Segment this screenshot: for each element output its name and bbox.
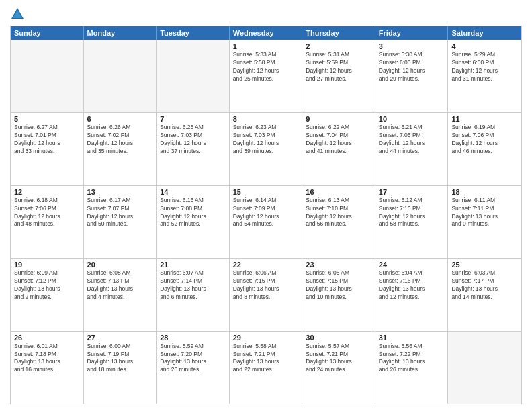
cell-line: Sunset: 7:14 PM (160, 277, 226, 285)
cell-line: Sunrise: 6:00 AM (87, 342, 153, 351)
cell-line: Sunrise: 6:22 AM (306, 124, 371, 132)
day-number: 7 (160, 115, 226, 123)
cell-line: Daylight: 13 hours (306, 285, 371, 293)
day-number: 22 (233, 261, 299, 269)
day-number: 10 (379, 115, 445, 123)
cell-line: Sunrise: 5:31 AM (306, 51, 371, 59)
cell-line: and 25 minutes. (233, 75, 299, 83)
cell-line: Sunset: 7:20 PM (160, 351, 226, 359)
cell-line: Sunset: 7:15 PM (306, 277, 371, 285)
day-number: 2 (306, 42, 371, 50)
cell-line: Daylight: 13 hours (87, 285, 153, 293)
day-number: 24 (379, 261, 445, 269)
cal-cell-29: 29Sunrise: 5:58 AMSunset: 7:21 PMDayligh… (230, 332, 303, 404)
cell-line: Sunset: 7:05 PM (379, 132, 445, 140)
cell-line: Sunrise: 6:21 AM (379, 124, 445, 132)
cal-cell-7: 7Sunrise: 6:25 AMSunset: 7:03 PMDaylight… (157, 113, 230, 185)
cell-line: Sunset: 6:00 PM (451, 59, 518, 67)
cal-cell-28: 28Sunrise: 5:59 AMSunset: 7:20 PMDayligh… (157, 332, 230, 404)
cal-cell-6: 6Sunrise: 6:26 AMSunset: 7:02 PMDaylight… (84, 113, 157, 185)
cell-line: Sunrise: 6:01 AM (14, 342, 80, 351)
cell-line: Daylight: 12 hours (451, 140, 518, 148)
cell-line: Sunrise: 6:27 AM (14, 124, 80, 132)
cal-cell-9: 9Sunrise: 6:22 AMSunset: 7:04 PMDaylight… (302, 113, 375, 185)
cell-line: Sunset: 7:10 PM (379, 205, 445, 213)
cell-line: Sunrise: 6:17 AM (87, 197, 153, 205)
cell-line: Daylight: 13 hours (14, 358, 80, 366)
cell-line: Daylight: 12 hours (160, 140, 226, 148)
cell-line: Sunrise: 6:14 AM (233, 197, 299, 205)
cell-line: Daylight: 12 hours (306, 140, 371, 148)
calendar-header-row: SundayMondayTuesdayWednesdayThursdayFrid… (11, 26, 521, 40)
cell-line: Daylight: 12 hours (233, 67, 299, 75)
cal-cell-24: 24Sunrise: 6:04 AMSunset: 7:16 PMDayligh… (375, 259, 449, 330)
cell-line: Daylight: 12 hours (14, 213, 80, 221)
day-number: 8 (233, 115, 299, 123)
cell-line: and 29 minutes. (379, 75, 445, 83)
cell-line: Daylight: 12 hours (306, 213, 371, 221)
cell-line: Sunrise: 6:13 AM (306, 197, 371, 205)
cell-line: Daylight: 13 hours (233, 358, 299, 366)
day-number: 30 (306, 334, 371, 342)
cell-line: Sunrise: 6:16 AM (160, 197, 226, 205)
cal-cell-14: 14Sunrise: 6:16 AMSunset: 7:08 PMDayligh… (157, 186, 230, 258)
day-number: 28 (160, 334, 226, 342)
cell-line: Daylight: 12 hours (233, 140, 299, 148)
cell-line: Daylight: 12 hours (451, 67, 518, 75)
cal-header-cell-monday: Monday (84, 26, 157, 40)
cell-line: and 18 minutes. (87, 366, 153, 374)
cal-cell-1: 1Sunrise: 5:33 AMSunset: 5:58 PMDaylight… (230, 40, 303, 112)
day-number: 9 (306, 115, 371, 123)
cal-header-cell-wednesday: Wednesday (230, 26, 303, 40)
cell-line: Sunset: 7:22 PM (379, 351, 445, 359)
cell-line: Sunset: 7:09 PM (233, 205, 299, 213)
cell-line: Sunset: 7:15 PM (233, 277, 299, 285)
day-number: 16 (306, 188, 371, 196)
cell-line: and 52 minutes. (160, 220, 226, 228)
cell-line: and 50 minutes. (87, 220, 153, 228)
cell-line: Daylight: 12 hours (87, 213, 153, 221)
cell-line: Sunrise: 6:23 AM (233, 124, 299, 132)
cal-header-cell-sunday: Sunday (11, 26, 84, 40)
cell-line: Sunset: 7:13 PM (87, 277, 153, 285)
cal-cell-23: 23Sunrise: 6:05 AMSunset: 7:15 PMDayligh… (302, 259, 375, 330)
day-number: 5 (14, 115, 80, 123)
cell-line: Sunset: 7:11 PM (451, 205, 518, 213)
cell-line: and 6 minutes. (160, 293, 226, 302)
cell-line: and 54 minutes. (233, 220, 299, 228)
cell-line: and 14 minutes. (451, 293, 518, 302)
cell-line: Sunset: 7:06 PM (14, 205, 80, 213)
cell-line: Daylight: 13 hours (160, 358, 226, 366)
cell-line: Sunset: 7:10 PM (306, 205, 371, 213)
cell-line: Sunset: 7:08 PM (160, 205, 226, 213)
calendar-body: 1Sunrise: 5:33 AMSunset: 5:58 PMDaylight… (11, 40, 521, 404)
cell-line: and 58 minutes. (379, 220, 445, 228)
cell-line: and 44 minutes. (379, 148, 445, 156)
day-number: 20 (87, 261, 153, 269)
cell-line: Daylight: 12 hours (379, 213, 445, 221)
cal-cell-11: 11Sunrise: 6:19 AMSunset: 7:06 PMDayligh… (448, 113, 521, 185)
day-number: 25 (451, 261, 518, 269)
cell-line: Daylight: 12 hours (160, 213, 226, 221)
cell-line: Sunrise: 5:59 AM (160, 342, 226, 351)
day-number: 13 (87, 188, 153, 196)
cell-line: and 33 minutes. (14, 148, 80, 156)
cell-line: Daylight: 13 hours (160, 285, 226, 293)
cal-cell-30: 30Sunrise: 5:57 AMSunset: 7:21 PMDayligh… (302, 332, 375, 404)
cell-line: Daylight: 12 hours (379, 140, 445, 148)
day-number: 19 (14, 261, 80, 269)
cell-line: Sunrise: 6:18 AM (14, 197, 80, 205)
cal-cell-19: 19Sunrise: 6:09 AMSunset: 7:12 PMDayligh… (11, 259, 84, 330)
day-number: 23 (306, 261, 371, 269)
cell-line: Sunrise: 6:03 AM (451, 269, 518, 277)
cell-line: Sunrise: 5:33 AM (233, 51, 299, 59)
cell-line: Sunset: 5:58 PM (233, 59, 299, 67)
cell-line: Daylight: 12 hours (14, 140, 80, 148)
cal-cell-26: 26Sunrise: 6:01 AMSunset: 7:18 PMDayligh… (11, 332, 84, 404)
cell-line: Sunrise: 6:04 AM (379, 269, 445, 277)
cal-cell-10: 10Sunrise: 6:21 AMSunset: 7:05 PMDayligh… (375, 113, 449, 185)
cell-line: and 2 minutes. (14, 293, 80, 302)
cell-line: Daylight: 13 hours (379, 285, 445, 293)
cell-line: Sunset: 7:03 PM (233, 132, 299, 140)
cell-line: Sunrise: 6:06 AM (233, 269, 299, 277)
